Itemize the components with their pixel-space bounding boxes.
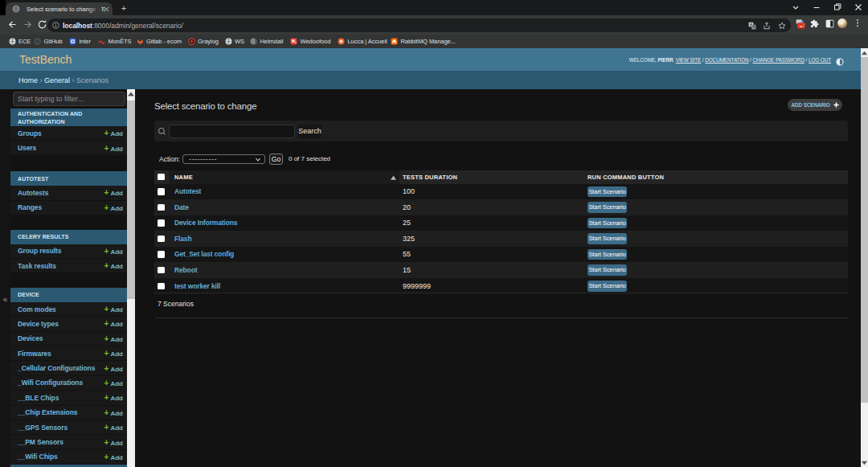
svg-text:W: W [292, 39, 296, 43]
